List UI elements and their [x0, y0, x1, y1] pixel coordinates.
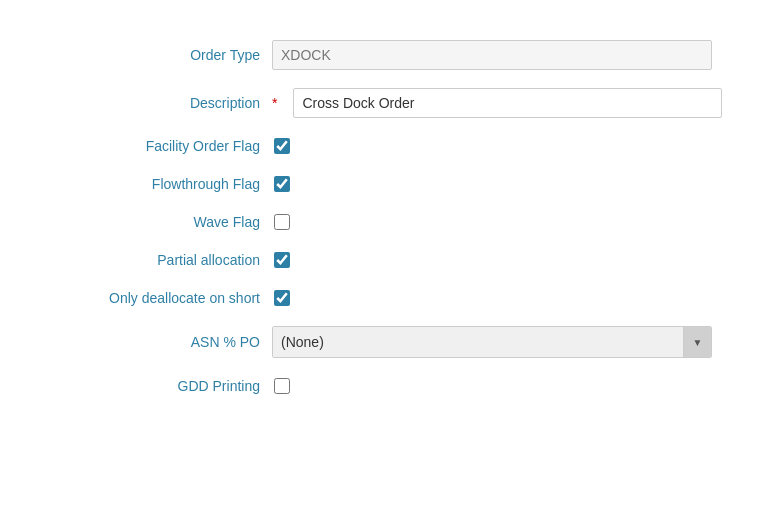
required-star: *: [272, 95, 277, 111]
asn-percent-po-row: ASN % PO (None) ▼: [40, 326, 722, 358]
flowthrough-flag-label: Flowthrough Flag: [40, 176, 260, 192]
asn-percent-po-select[interactable]: (None): [273, 327, 683, 357]
gdd-printing-row: GDD Printing: [40, 376, 722, 396]
wave-flag-checkbox[interactable]: [274, 214, 290, 230]
asn-percent-po-label: ASN % PO: [40, 334, 260, 350]
description-input[interactable]: [293, 88, 722, 118]
flowthrough-flag-checkbox-wrapper: [272, 174, 292, 194]
wave-flag-checkbox-wrapper: [272, 212, 292, 232]
order-type-row: Order Type: [40, 40, 722, 70]
only-deallocate-on-short-row: Only deallocate on short: [40, 288, 722, 308]
gdd-printing-checkbox[interactable]: [274, 378, 290, 394]
facility-order-flag-checkbox[interactable]: [274, 138, 290, 154]
wave-flag-row: Wave Flag: [40, 212, 722, 232]
partial-allocation-checkbox-wrapper: [272, 250, 292, 270]
only-deallocate-on-short-checkbox[interactable]: [274, 290, 290, 306]
gdd-printing-label: GDD Printing: [40, 378, 260, 394]
asn-percent-po-dropdown-button[interactable]: ▼: [683, 327, 711, 357]
chevron-down-icon: ▼: [693, 337, 703, 348]
order-type-label: Order Type: [40, 47, 260, 63]
description-row: Description *: [40, 88, 722, 118]
form-container: Order Type Description * Facility Order …: [0, 20, 762, 416]
gdd-printing-checkbox-wrapper: [272, 376, 292, 396]
facility-order-flag-row: Facility Order Flag: [40, 136, 722, 156]
flowthrough-flag-checkbox[interactable]: [274, 176, 290, 192]
partial-allocation-label: Partial allocation: [40, 252, 260, 268]
flowthrough-flag-row: Flowthrough Flag: [40, 174, 722, 194]
partial-allocation-checkbox[interactable]: [274, 252, 290, 268]
wave-flag-label: Wave Flag: [40, 214, 260, 230]
description-label: Description: [40, 95, 260, 111]
facility-order-flag-checkbox-wrapper: [272, 136, 292, 156]
partial-allocation-row: Partial allocation: [40, 250, 722, 270]
only-deallocate-on-short-label: Only deallocate on short: [40, 290, 260, 306]
only-deallocate-on-short-checkbox-wrapper: [272, 288, 292, 308]
asn-percent-po-dropdown-wrapper: (None) ▼: [272, 326, 712, 358]
order-type-input[interactable]: [272, 40, 712, 70]
facility-order-flag-label: Facility Order Flag: [40, 138, 260, 154]
